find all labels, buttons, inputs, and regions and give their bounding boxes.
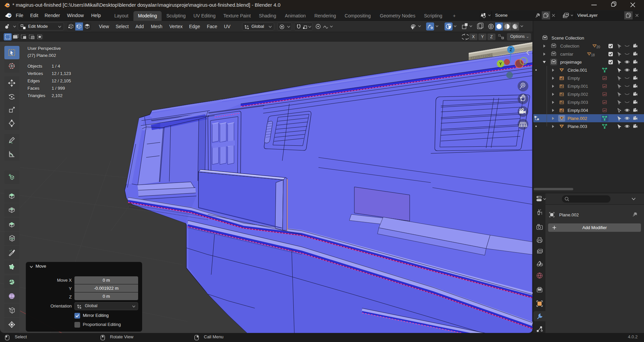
svg-text:projeimage: projeimage	[560, 60, 582, 65]
svg-text:18: 18	[591, 53, 595, 57]
svg-text:Empty.002: Empty.002	[568, 92, 588, 97]
svg-text:Empty.001: Empty.001	[568, 84, 588, 89]
svg-text:Plane.003: Plane.003	[568, 124, 587, 129]
svg-text:Scene Collection: Scene Collection	[551, 36, 584, 41]
svg-text:Empty: Empty	[568, 76, 580, 81]
svg-text:camlar: camlar	[560, 52, 574, 57]
svg-text:Y: Y	[499, 62, 502, 66]
svg-text:Collection: Collection	[560, 44, 579, 49]
svg-text:Plane.002: Plane.002	[568, 116, 587, 121]
svg-text:Empty.003: Empty.003	[568, 100, 588, 105]
svg-text:20: 20	[596, 45, 600, 49]
svg-text:Z: Z	[510, 48, 512, 52]
svg-text:Empty.004: Empty.004	[568, 108, 588, 113]
svg-text:Circle.001: Circle.001	[568, 68, 587, 73]
